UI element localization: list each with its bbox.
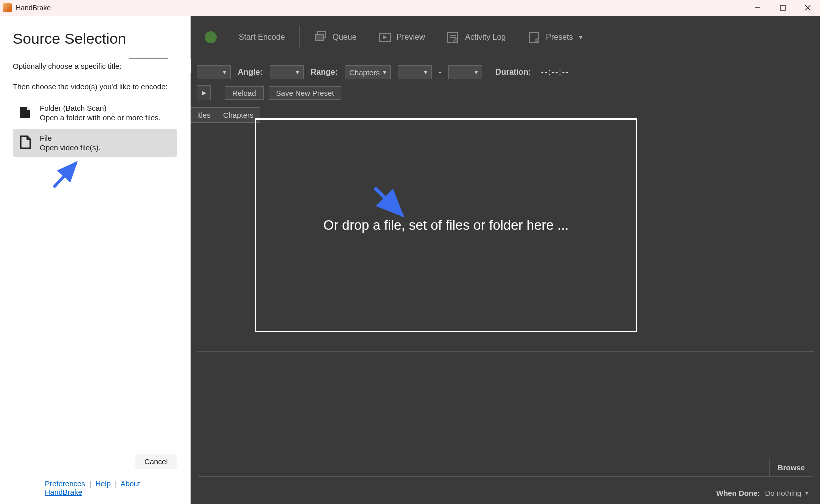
controls-row: ▼ Angle: ▼ Range: Chapters▼ ▼ - ▼ Durati… [191, 58, 820, 83]
duration-value: --:--:-- [541, 68, 569, 77]
help-link[interactable]: Help [95, 479, 111, 488]
range-select[interactable]: Chapters▼ [345, 65, 391, 79]
toolbar: Start Encode Queue Preview Activity Log … [191, 16, 820, 58]
folder-option[interactable]: Folder (Batch Scan) Open a folder with o… [13, 99, 177, 127]
file-option-sub: Open video file(s). [40, 143, 101, 152]
toolbar-presets[interactable]: Presets ▼ [518, 26, 592, 48]
close-icon [805, 5, 811, 11]
angle-label: Angle: [238, 68, 263, 77]
source-selection-panel: Source Selection Optionally choose a spe… [0, 16, 191, 504]
folder-option-sub: Open a folder with one or more files. [40, 113, 161, 122]
toolbar-presets-label: Presets [546, 33, 573, 42]
minimize-button[interactable] [745, 0, 770, 16]
save-new-preset-button[interactable]: Save New Preset [269, 86, 342, 100]
preset-buttons-row: ▶ Reload Save New Preset [191, 83, 820, 105]
svg-rect-7 [315, 34, 323, 40]
maximize-button[interactable] [770, 0, 795, 16]
toolbar-activity-label: Activity Log [465, 33, 506, 42]
titlebar: HandBrake [0, 0, 820, 16]
activity-icon [446, 30, 460, 44]
drop-text: Or drop a file, set of files or folder h… [323, 218, 569, 233]
presets-icon [527, 30, 541, 44]
minimize-icon [755, 5, 761, 11]
preview-icon [378, 30, 392, 44]
chevron-down-icon: ▼ [578, 34, 584, 40]
tab-chapters[interactable]: Chapters [217, 107, 260, 123]
svg-point-5 [205, 31, 217, 43]
bottom-area: Browse When Done: Do nothing ▼ [191, 453, 820, 504]
toolbar-preview[interactable]: Preview [369, 26, 434, 48]
title-label: Optionally choose a specific title: [13, 62, 122, 70]
close-button[interactable] [795, 0, 820, 16]
file-option-title: File [40, 134, 101, 142]
svg-line-4 [55, 163, 76, 186]
file-icon [17, 134, 34, 151]
range-from-select[interactable]: ▼ [398, 65, 432, 79]
range-dash: - [439, 68, 441, 77]
open-icon [204, 30, 218, 44]
toolbar-activity[interactable]: Activity Log [437, 26, 515, 48]
toolbar-start-label: Start Encode [239, 33, 285, 42]
duration-label: Duration: [495, 68, 531, 77]
toolbar-queue[interactable]: Queue [305, 26, 366, 48]
browse-button[interactable]: Browse [769, 459, 813, 476]
cancel-button[interactable]: Cancel [135, 454, 177, 469]
queue-icon [314, 30, 328, 44]
toolbar-open[interactable] [195, 26, 227, 48]
footer-links: Preferences | Help | About HandBrake [13, 479, 177, 496]
file-option[interactable]: File Open video file(s). [13, 129, 177, 157]
when-done-label: When Done: [716, 489, 760, 497]
save-to-bar: Browse [198, 458, 813, 477]
window-title: HandBrake [16, 4, 51, 12]
expand-button[interactable]: ▶ [197, 85, 211, 100]
range-label: Range: [311, 68, 338, 77]
instruction-text: Then choose the video(s) you'd like to e… [13, 82, 177, 91]
app-icon [3, 3, 12, 12]
toolbar-queue-label: Queue [333, 33, 357, 42]
tab-titles[interactable]: itles [191, 107, 217, 123]
when-done-select[interactable]: Do nothing ▼ [765, 489, 809, 497]
reload-button[interactable]: Reload [225, 86, 264, 100]
drop-overlay[interactable]: Or drop a file, set of files or folder h… [255, 118, 637, 332]
when-done-value: Do nothing [765, 489, 802, 497]
folder-option-title: Folder (Batch Scan) [40, 104, 161, 112]
svg-point-12 [454, 39, 458, 43]
folder-icon [17, 104, 34, 121]
toolbar-start-encode[interactable]: Start Encode [230, 29, 294, 46]
source-heading: Source Selection [13, 30, 177, 47]
annotation-arrow-small [51, 156, 86, 191]
range-to-select[interactable]: ▼ [448, 65, 482, 79]
maximize-icon [780, 5, 786, 11]
main-content-dimmed: Start Encode Queue Preview Activity Log … [191, 16, 820, 504]
title-select[interactable]: ▼ [197, 65, 231, 79]
angle-select[interactable]: ▼ [270, 65, 304, 79]
title-spinner[interactable]: ▲ ▼ [129, 58, 168, 73]
chevron-down-icon: ▼ [804, 490, 809, 496]
preferences-link[interactable]: Preferences [45, 479, 85, 488]
svg-rect-1 [780, 5, 785, 10]
toolbar-preview-label: Preview [397, 33, 425, 42]
svg-point-14 [535, 38, 539, 42]
